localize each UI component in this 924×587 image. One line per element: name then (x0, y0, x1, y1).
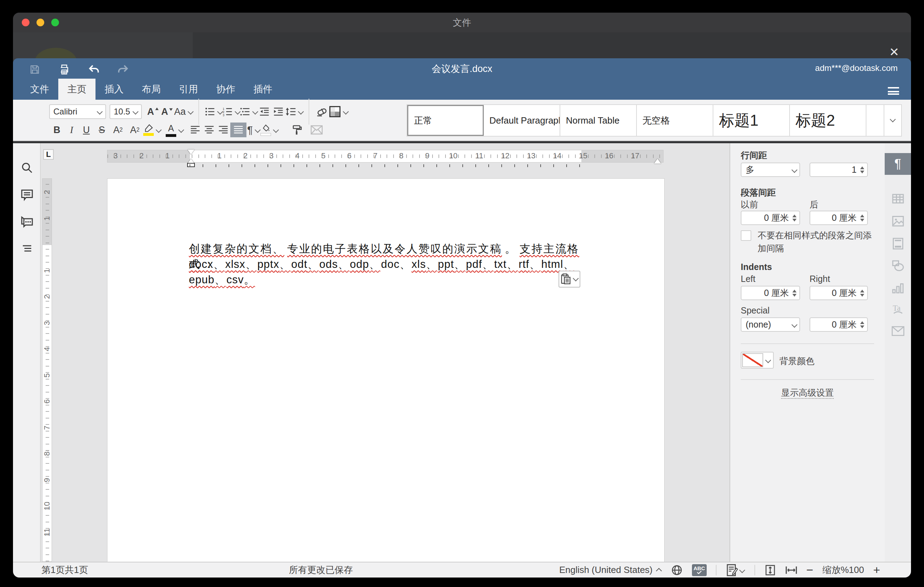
increase-indent-icon (273, 106, 284, 117)
align-left-button[interactable] (188, 122, 202, 137)
track-changes-button[interactable] (726, 564, 745, 576)
change-case-button[interactable]: Aa (174, 104, 193, 119)
superscript-button[interactable]: A2 (109, 122, 126, 137)
special-value-spinner[interactable]: 0 厘米 (810, 317, 868, 332)
shading-button[interactable] (329, 104, 348, 119)
style-preset[interactable]: Normal Table (560, 105, 637, 136)
style-preset[interactable]: 标题2 (790, 105, 866, 136)
same-style-spacing-checkbox[interactable] (741, 230, 751, 241)
spacing-after-spinner[interactable]: 0 厘米 (810, 211, 868, 225)
document-page[interactable]: 创建复杂的文档、专业的电子表格以及令人赞叹的演示文稿。支持主流格式： docx、… (107, 178, 665, 562)
chevron-down-icon (255, 127, 261, 133)
font-size-select[interactable]: 10.5 (109, 104, 142, 119)
style-preset[interactable]: Default Paragraph (484, 105, 560, 136)
show-advanced-settings-link[interactable]: 显示高级设置 (781, 387, 834, 399)
menu-tab[interactable]: 引用 (170, 79, 207, 100)
search-button[interactable] (21, 162, 33, 174)
line-spacing-button[interactable] (285, 104, 303, 119)
decrease-indent-button[interactable] (257, 104, 271, 119)
decrease-font-button[interactable]: A (160, 104, 174, 119)
line-spacing-select[interactable]: 多 (741, 163, 800, 177)
language-selector[interactable]: English (United States) (559, 564, 662, 575)
numbered-list-icon: 123 (222, 106, 233, 117)
zoom-in-button[interactable]: + (873, 563, 880, 577)
horizontal-ruler[interactable]: 3211234567891011121314151617 (107, 150, 663, 163)
vertical-ruler[interactable]: 211234567891011 (42, 178, 52, 562)
style-preset[interactable]: 正常 (407, 105, 484, 136)
chart-settings-button[interactable] (892, 282, 904, 295)
strikethrough-button[interactable]: S (94, 122, 109, 137)
spacing-before-spinner[interactable]: 0 厘米 (741, 211, 800, 225)
underline-button[interactable]: U (79, 122, 94, 137)
image-settings-button[interactable] (892, 215, 904, 228)
close-icon[interactable]: ✕ (888, 46, 901, 58)
paragraph-settings-button[interactable]: ¶ (885, 153, 911, 175)
eraser-icon (316, 106, 328, 117)
left-indent-marker[interactable] (188, 155, 195, 163)
paste-options-button[interactable] (559, 271, 580, 287)
style-preset[interactable]: 标题1 (713, 105, 790, 136)
font-color-button[interactable]: A (166, 122, 183, 137)
copy-style-button[interactable] (290, 122, 304, 137)
left-toolbar (13, 143, 41, 562)
fit-width-button[interactable] (785, 564, 797, 576)
zoom-level[interactable]: 缩放%100 (823, 564, 864, 576)
right-toolbar: ¶ Ta (885, 143, 911, 562)
background-color-label: 背景颜色 (779, 355, 815, 367)
hamburger-menu-icon[interactable] (888, 87, 899, 95)
globe-icon (671, 564, 683, 576)
italic-button[interactable]: I (64, 122, 79, 137)
zoom-out-button[interactable]: − (807, 563, 813, 577)
bullet-list-button[interactable] (205, 104, 222, 119)
menu-tab[interactable]: 布局 (133, 79, 170, 100)
table-settings-button[interactable] (892, 192, 904, 205)
bold-button[interactable]: B (49, 122, 64, 137)
multilevel-list-button[interactable] (240, 104, 257, 119)
comments-button[interactable] (21, 188, 33, 201)
menu-tab[interactable]: 插入 (96, 79, 133, 100)
spellcheck-toggle[interactable]: ABC (692, 564, 707, 576)
page-count[interactable]: 第1页共1页 (41, 562, 88, 577)
increase-indent-button[interactable] (271, 104, 285, 119)
fit-page-button[interactable] (764, 564, 776, 576)
tab-stop-selector[interactable]: L (43, 149, 54, 160)
align-right-button[interactable] (216, 122, 230, 137)
indent-right-spinner[interactable]: 0 厘米 (810, 286, 868, 300)
header-footer-settings-button[interactable] (892, 237, 904, 250)
right-indent-marker[interactable] (654, 155, 661, 163)
background-color-picker[interactable] (741, 352, 774, 369)
chat-button[interactable] (21, 216, 33, 228)
before-label: 以前 (741, 199, 758, 210)
headings-nav-button[interactable] (21, 242, 33, 255)
highlight-color-button[interactable] (143, 122, 161, 137)
arrow-down-icon (169, 107, 173, 111)
document-canvas[interactable]: L 3211234567891011121314151617 211234567… (41, 143, 729, 562)
envelope-icon (892, 326, 904, 336)
menu-tab[interactable]: 协作 (207, 79, 244, 100)
arrow-up-icon (155, 107, 159, 111)
svg-text:Ta: Ta (893, 304, 901, 312)
paragraph-shading-button[interactable] (261, 122, 278, 137)
font-name-select[interactable]: Calibri (49, 104, 106, 119)
set-language-button[interactable] (671, 564, 683, 576)
menu-tab[interactable]: 文件 (21, 79, 58, 100)
clear-style-button[interactable] (315, 104, 329, 119)
mail-merge-button[interactable] (310, 122, 324, 137)
align-center-button[interactable] (202, 122, 216, 137)
menu-tab[interactable]: 主页 (58, 79, 96, 100)
style-preset[interactable]: 无空格 (637, 105, 713, 136)
nonprinting-chars-button[interactable]: ¶ (246, 122, 261, 137)
line-spacing-value-spinner[interactable]: 1 (810, 163, 868, 177)
mail-merge-settings-button[interactable] (892, 326, 904, 338)
multilevel-list-icon (240, 106, 250, 117)
menu-tab[interactable]: 插件 (244, 79, 282, 100)
increase-font-button[interactable]: A (146, 104, 160, 119)
align-justify-button[interactable] (230, 122, 246, 137)
numbered-list-button[interactable]: 123 (222, 104, 240, 119)
text-art-settings-button[interactable]: Ta (892, 303, 904, 316)
styles-gallery-expand-button[interactable] (884, 105, 901, 136)
special-select[interactable]: (none) (741, 317, 800, 332)
subscript-button[interactable]: A2 (126, 122, 143, 137)
indent-left-spinner[interactable]: 0 厘米 (741, 286, 800, 300)
shape-settings-button[interactable] (892, 260, 904, 272)
